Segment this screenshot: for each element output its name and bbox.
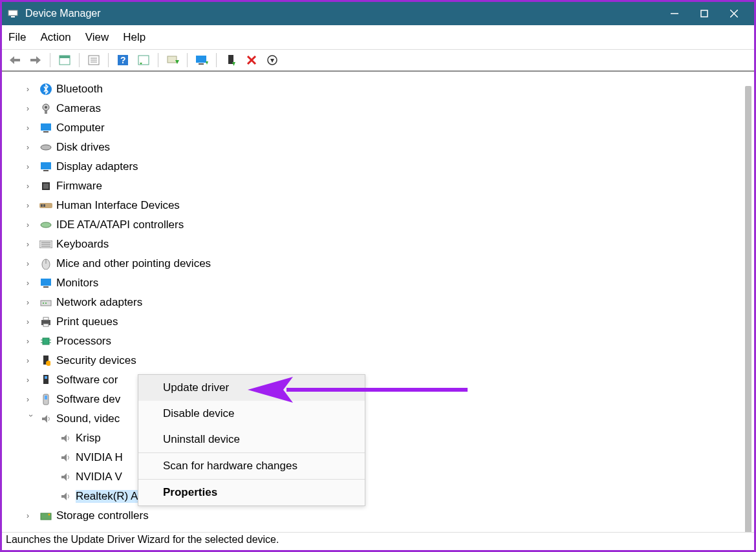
keyboard-icon	[39, 238, 52, 251]
monitor-icon	[39, 277, 52, 290]
status-text: Launches the Update Driver Wizard for th…	[6, 534, 279, 545]
tree-item-keyboards[interactable]: ›Keyboards	[2, 235, 742, 254]
svg-rect-30	[45, 111, 47, 114]
bluetooth-icon	[39, 83, 52, 96]
options-button[interactable]	[135, 52, 153, 69]
tree-child-nvidia-v[interactable]: NVIDIA V	[2, 467, 742, 487]
tree-item-ide[interactable]: ›IDE ATA/ATAPI controllers	[2, 215, 742, 235]
tree-item-processors[interactable]: ›Processors	[2, 332, 742, 351]
minimize-button[interactable]	[660, 2, 689, 25]
maximize-button[interactable]	[689, 2, 719, 25]
svg-marker-20	[206, 61, 208, 65]
svg-point-29	[45, 106, 47, 109]
close-button[interactable]	[719, 2, 749, 25]
tree-item-software-devices[interactable]: ›Software dev	[2, 390, 742, 409]
tree-item-bluetooth[interactable]: ›Bluetooth	[2, 80, 742, 99]
svg-rect-54	[43, 317, 49, 320]
window-title: Device Manager	[25, 8, 660, 19]
disable-device-button[interactable]	[263, 52, 281, 69]
security-icon	[39, 354, 52, 367]
svg-rect-14	[138, 56, 149, 65]
context-menu: Update driver Disable device Uninstall d…	[138, 374, 365, 506]
svg-rect-39	[41, 204, 43, 207]
svg-rect-35	[43, 170, 49, 171]
menu-action[interactable]: Action	[40, 31, 70, 44]
sound-icon	[59, 471, 72, 483]
sound-icon	[59, 490, 72, 503]
tree-item-network[interactable]: ›Network adapters	[2, 293, 742, 312]
svg-rect-18	[196, 56, 206, 63]
scan-hardware-button[interactable]	[164, 52, 182, 69]
svg-rect-7	[59, 56, 70, 58]
svg-point-52	[45, 303, 47, 304]
svg-rect-37	[43, 184, 49, 189]
storage-icon	[39, 509, 52, 522]
svg-rect-34	[41, 162, 51, 169]
menu-help[interactable]: Help	[123, 31, 146, 44]
tree-item-display-adapters[interactable]: ›Display adapters	[2, 157, 742, 176]
mouse-icon	[39, 257, 52, 270]
menu-bar: File Action View Help	[2, 25, 754, 50]
svg-point-33	[41, 145, 51, 150]
forward-button[interactable]	[27, 52, 45, 69]
tree-item-computer[interactable]: ›Computer	[2, 118, 742, 138]
tree-item-software-components[interactable]: ›Software cor	[2, 370, 742, 390]
app-icon	[7, 8, 19, 19]
sound-icon	[59, 432, 72, 445]
toolbar: ?	[2, 50, 754, 72]
svg-rect-31	[41, 123, 51, 131]
tree-item-cameras[interactable]: ›Cameras	[2, 99, 742, 118]
status-bar: Launches the Update Driver Wizard for th…	[2, 532, 754, 550]
uninstall-device-button[interactable]	[243, 52, 261, 69]
menu-file[interactable]: File	[8, 31, 26, 44]
show-hidden-button[interactable]	[56, 52, 74, 69]
tree-item-print-queues[interactable]: ›Print queues	[2, 312, 742, 332]
tree-item-sound[interactable]: ›Sound, videc	[2, 409, 742, 429]
menu-view[interactable]: View	[85, 31, 109, 44]
svg-marker-26	[270, 59, 274, 63]
network-icon	[39, 296, 52, 309]
camera-icon	[39, 102, 52, 115]
tree-item-monitors[interactable]: ›Monitors	[2, 273, 742, 293]
context-properties[interactable]: Properties	[138, 480, 365, 505]
tree-child-krisp[interactable]: Krisp	[2, 429, 742, 448]
tree-item-security[interactable]: ›Security devices	[2, 351, 742, 370]
back-button[interactable]	[6, 52, 24, 69]
svg-rect-40	[43, 204, 45, 207]
tree-item-storage[interactable]: ›Storage controllers	[2, 506, 742, 525]
svg-marker-69	[61, 454, 67, 462]
context-uninstall-device[interactable]: Uninstall device	[138, 427, 365, 452]
svg-rect-55	[43, 324, 49, 326]
svg-text:?: ?	[120, 55, 126, 65]
svg-rect-19	[199, 63, 204, 65]
update-driver-button[interactable]	[193, 52, 211, 69]
tree-item-firmware[interactable]: ›Firmware	[2, 176, 742, 196]
svg-marker-70	[61, 473, 67, 481]
context-disable-device[interactable]: Disable device	[138, 401, 365, 427]
tree-child-nvidia-h[interactable]: NVIDIA H	[2, 448, 742, 467]
svg-marker-67	[42, 415, 47, 423]
tree-item-hid[interactable]: ›Human Interface Devices	[2, 196, 742, 215]
svg-rect-48	[41, 279, 51, 286]
vertical-scrollbar[interactable]	[745, 86, 751, 538]
svg-rect-66	[45, 396, 47, 399]
tree-item-disk-drives[interactable]: ›Disk drives	[2, 138, 742, 157]
title-bar: Device Manager	[2, 2, 754, 25]
svg-marker-71	[61, 493, 67, 500]
tree-item-mice[interactable]: ›Mice and other pointing devices	[2, 254, 742, 273]
svg-rect-1	[11, 16, 15, 17]
properties-button[interactable]	[85, 52, 103, 69]
svg-rect-0	[8, 10, 17, 16]
context-update-driver[interactable]: Update driver	[138, 375, 365, 401]
tree-child-realtek-audio[interactable]: Realtek(R) Audio	[2, 487, 742, 506]
context-scan-hardware[interactable]: Scan for hardware changes	[138, 453, 365, 479]
ide-icon	[39, 218, 52, 231]
help-button[interactable]: ?	[114, 52, 132, 69]
cpu-icon	[39, 335, 52, 348]
svg-marker-68	[61, 434, 67, 442]
device-tree[interactable]: ›Bluetooth ›Cameras ›Computer ›Disk driv…	[2, 74, 742, 529]
enable-device-button[interactable]	[222, 52, 240, 69]
software-icon	[39, 374, 52, 387]
svg-rect-49	[43, 286, 49, 288]
display-icon	[39, 160, 52, 173]
